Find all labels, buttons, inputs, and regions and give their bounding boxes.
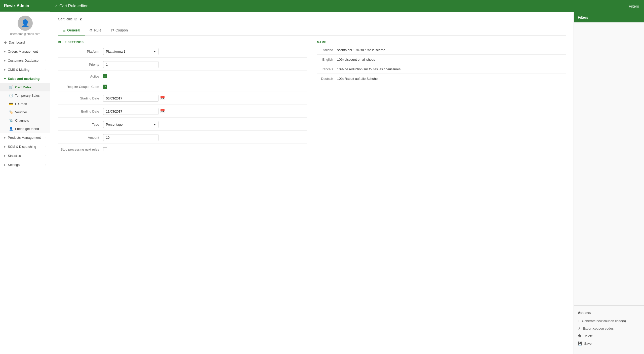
form-columns: RULE SETTINGS Platform Piattaforma 1 ▾	[58, 41, 566, 157]
starting-date-calendar-icon[interactable]: 📅	[160, 96, 165, 101]
platform-select[interactable]: Piattaforma 1 ▾	[103, 48, 158, 55]
type-select[interactable]: Percentage ▾	[103, 121, 158, 128]
name-value-english: 10% discount on all shoes	[337, 58, 375, 61]
stop-processing-row: Stop processing next rules	[58, 147, 307, 154]
require-coupon-label: Require Coupon Code	[58, 85, 103, 89]
tab-coupon[interactable]: 🏷 Coupon	[106, 26, 132, 36]
page-title: Cart Rule editor	[59, 4, 88, 8]
tab-general[interactable]: ☰ General	[58, 26, 85, 36]
lang-english: English	[317, 58, 337, 61]
sidebar-label-channels: Channels	[15, 119, 29, 122]
amount-input[interactable]	[103, 134, 158, 141]
platform-value: Piattaforma 1	[106, 50, 125, 53]
top-bar-left: ‹ Cart Rule editor	[55, 4, 88, 9]
coupon-tab-icon: 🏷	[110, 28, 114, 32]
name-row-english: English 10% discount on all shoes	[317, 58, 566, 64]
cms-icon: ▸	[4, 67, 6, 72]
require-coupon-checkbox[interactable]: ✓	[103, 85, 107, 89]
priority-row: Priority	[58, 61, 307, 71]
delete-icon: 🗑	[578, 334, 581, 338]
sidebar-item-scm[interactable]: ▸ SCM & Dispatching ›	[0, 142, 50, 151]
generate-coupon-button[interactable]: + Generate new coupon code(s)	[578, 319, 640, 323]
generate-coupon-icon: +	[578, 319, 580, 323]
right-panel-header: Filters	[574, 12, 644, 22]
sidebar-item-channels[interactable]: 📡 Channels	[0, 116, 50, 125]
save-button[interactable]: 💾 Save	[578, 341, 640, 345]
active-label: Active	[58, 75, 103, 78]
settings-arrow: ›	[46, 163, 46, 166]
sidebar-label-cms: CMS & Mailing	[8, 68, 29, 72]
sidebar-item-sales[interactable]: ▾ Sales and marketing	[0, 74, 50, 83]
sidebar-item-settings[interactable]: ▸ Settings ›	[0, 160, 50, 169]
platform-row: Platform Piattaforma 1 ▾	[58, 48, 307, 58]
sidebar-item-customers[interactable]: ▸ Customers Database ›	[0, 56, 50, 65]
stop-processing-checkbox[interactable]	[103, 147, 107, 151]
active-row: Active ✓	[58, 74, 307, 81]
sidebar-item-e-credit[interactable]: 💳 E Credit	[0, 100, 50, 108]
name-value-deutsch: 10% Rabatt auf alle Schuhe	[337, 77, 378, 81]
main-content: Cart Rule ID 2 ☰ General ⚙ Rule 🏷 Coupon	[50, 12, 574, 354]
filters-button[interactable]: Filters	[629, 4, 639, 8]
right-panel: Filters Actions + Generate new coupon co…	[574, 12, 644, 354]
lang-deutsch: Deutsch	[317, 77, 337, 81]
priority-label: Priority	[58, 63, 103, 66]
settings-icon: ▸	[4, 163, 6, 167]
active-checkbox[interactable]: ✓	[103, 74, 107, 78]
sidebar-item-products[interactable]: ▸ Products Management ›	[0, 133, 50, 142]
sidebar-item-temporary-sales[interactable]: 🕐 Temporary Sales	[0, 91, 50, 100]
sidebar-item-orders[interactable]: ▸ Orders Management ›	[0, 47, 50, 56]
tab-rule[interactable]: ⚙ Rule	[85, 26, 106, 36]
sidebar-label-orders: Orders Management	[8, 50, 38, 53]
sidebar-item-dashboard[interactable]: ◆ Dashboard	[0, 38, 50, 47]
products-icon: ▸	[4, 135, 6, 139]
sales-submenu: 🛒 Cart Rules 🕐 Temporary Sales 💳 E Credi…	[0, 83, 50, 133]
starting-date-row: Starting Date 📅	[58, 95, 307, 104]
ending-date-row: Ending Date 📅	[58, 108, 307, 118]
ending-date-input[interactable]	[103, 108, 158, 115]
customers-icon: ▸	[4, 58, 6, 62]
delete-button[interactable]: 🗑 Delete	[578, 334, 640, 338]
priority-input[interactable]	[103, 61, 158, 68]
require-coupon-row: Require Coupon Code ✓	[58, 85, 307, 91]
sidebar-label-e-credit: E Credit	[15, 102, 27, 106]
starting-date-input[interactable]	[103, 95, 158, 102]
sidebar-label-dashboard: Dashboard	[9, 41, 25, 44]
top-bar: ‹ Cart Rule editor Filters	[50, 0, 644, 12]
delete-label: Delete	[583, 334, 593, 338]
sidebar-item-friend-get-friend[interactable]: 👤 Friend get friend	[0, 125, 50, 133]
stop-processing-control	[103, 147, 307, 151]
platform-dropdown-icon: ▾	[154, 50, 156, 53]
orders-arrow: ›	[46, 50, 46, 53]
sidebar-item-cart-rules[interactable]: 🛒 Cart Rules	[0, 83, 50, 91]
name-value-italiano: sconto del 10% su tutte le scarpe	[337, 48, 385, 52]
save-icon: 💾	[578, 341, 582, 345]
cart-rules-icon: 🛒	[9, 85, 13, 89]
back-button[interactable]: ‹	[55, 4, 57, 9]
avatar: 👤	[18, 16, 33, 31]
sidebar-label-scm: SCM & Dispatching	[8, 145, 36, 149]
sidebar-label-friend-get-friend: Friend get friend	[15, 127, 39, 131]
name-section-title: NAME	[317, 41, 566, 44]
active-control: ✓	[103, 74, 307, 78]
export-coupon-label: Export coupon codes	[583, 327, 614, 330]
actions-title: Actions	[578, 311, 640, 315]
friend-icon: 👤	[9, 127, 13, 131]
sidebar-item-statistics[interactable]: ▸ Statistics ›	[0, 151, 50, 160]
export-coupon-button[interactable]: ↗ Export coupon codes	[578, 326, 640, 330]
sidebar-item-voucher[interactable]: 🏷️ Voucher	[0, 108, 50, 116]
amount-row: Amount	[58, 134, 307, 144]
sidebar-label-products: Products Management	[8, 136, 41, 139]
scm-arrow: ›	[46, 145, 46, 148]
type-control: Percentage ▾	[103, 121, 307, 128]
sidebar-item-cms[interactable]: ▸ CMS & Mailing ›	[0, 65, 50, 74]
sidebar-label-temporary-sales: Temporary Sales	[15, 94, 40, 97]
lang-francais: Francais	[317, 67, 337, 71]
ending-date-calendar-icon[interactable]: 📅	[160, 109, 165, 114]
type-value: Percentage	[106, 123, 123, 126]
rule-id-row: Cart Rule ID 2	[58, 17, 566, 21]
lang-italiano: Italiano	[317, 48, 337, 52]
platform-label: Platform	[58, 50, 103, 53]
platform-control: Piattaforma 1 ▾	[103, 48, 307, 55]
save-label: Save	[584, 342, 592, 345]
type-dropdown-icon: ▾	[154, 123, 156, 126]
